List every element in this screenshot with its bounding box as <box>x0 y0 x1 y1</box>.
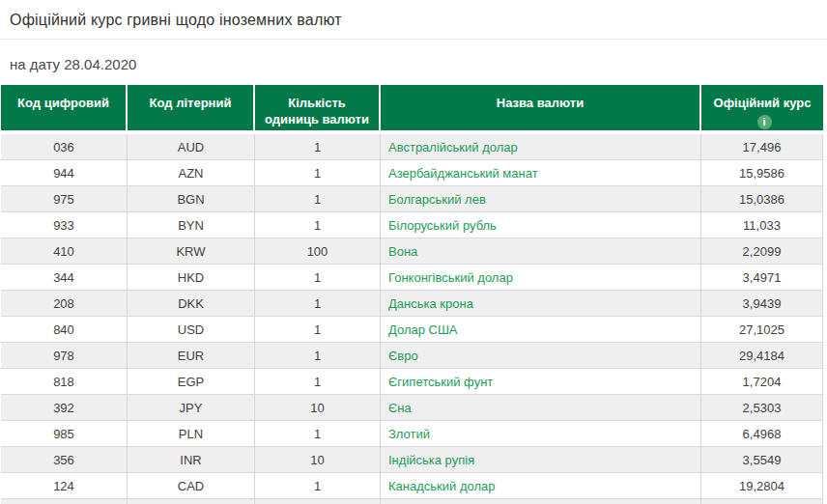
rate-cell: 3,4971 <box>701 265 823 291</box>
table-row: 840 USD 1 Долар США 27,1025 <box>1 317 823 343</box>
currency-name-cell: Єгипетський фунт <box>381 369 701 395</box>
numeric-code-cell: 036 <box>1 134 128 160</box>
currency-name-cell: Долар США <box>381 317 701 343</box>
currency-name-link[interactable]: Данська крона <box>388 296 473 311</box>
table-row-partial <box>1 499 823 504</box>
numeric-code-cell: 944 <box>1 160 128 186</box>
letter-code-cell: EGP <box>128 369 255 395</box>
table-row: 356 INR 10 Індійська рупія 3,5549 <box>1 447 823 473</box>
units-cell: 10 <box>255 395 381 421</box>
date-bar: на дату 28.04.2020 <box>0 40 827 85</box>
table-row: 410 KRW 100 Вона 2,2099 <box>1 238 823 265</box>
units-cell: 1 <box>255 291 381 317</box>
currency-name-link[interactable]: Долар США <box>388 322 458 337</box>
numeric-code-cell: 975 <box>1 186 128 212</box>
letter-code-cell: AUD <box>128 134 255 160</box>
units-cell: 10 <box>255 447 381 473</box>
rate-cell: 17,496 <box>701 134 823 160</box>
rate-cell: 15,0386 <box>701 186 823 212</box>
units-cell: 1 <box>255 265 381 291</box>
units-cell: 1 <box>255 473 381 499</box>
rate-cell: 6,4968 <box>701 421 823 447</box>
currency-name-link[interactable]: Гонконгівський долар <box>388 270 513 285</box>
currency-name-cell: Болгарський лев <box>381 186 701 212</box>
letter-code-cell <box>128 499 255 504</box>
currency-name-cell: Євро <box>381 343 701 369</box>
currency-name-cell: Злотий <box>381 421 701 447</box>
col-header-currency-name: Назва валюти <box>381 85 701 134</box>
table-row: 344 HKD 1 Гонконгівський долар 3,4971 <box>1 265 823 291</box>
numeric-code-cell: 344 <box>1 265 128 291</box>
currency-name-link[interactable]: Канадський долар <box>388 479 495 493</box>
numeric-code-cell <box>1 499 128 504</box>
numeric-code-cell: 840 <box>1 317 128 343</box>
currency-name-link[interactable]: Індійська рупія <box>388 453 474 467</box>
numeric-code-cell: 356 <box>1 447 128 473</box>
currency-name-cell: Азербайджанський манат <box>381 160 701 186</box>
letter-code-cell: PLN <box>128 421 255 447</box>
rate-cell: 1,7204 <box>701 369 823 395</box>
letter-code-cell: INR <box>128 447 255 473</box>
info-icon[interactable]: i <box>757 115 772 129</box>
date-label: на дату 28.04.2020 <box>10 56 136 72</box>
exchange-rates-page: Офіційний курс гривні щодо іноземних вал… <box>0 0 827 504</box>
currency-name-link[interactable]: Болгарський лев <box>388 192 486 207</box>
currency-name-link[interactable]: Єна <box>388 401 412 415</box>
table-row: 208 DKK 1 Данська крона 3,9439 <box>1 291 823 317</box>
rate-cell: 29,4184 <box>701 343 823 369</box>
currency-name-cell: Данська крона <box>381 291 701 317</box>
currency-name-link[interactable]: Білоруський рубль <box>388 218 497 233</box>
col-header-numeric-code: Код цифровий <box>1 85 128 134</box>
currency-name-cell: Білоруський рубль <box>381 212 701 238</box>
currency-name-cell: Єна <box>381 395 701 421</box>
rate-cell: 2,5303 <box>701 395 823 421</box>
currency-name-link[interactable]: Вона <box>388 244 417 259</box>
currency-name-link[interactable]: Австралійський долар <box>388 140 518 154</box>
numeric-code-cell: 392 <box>1 395 128 421</box>
currency-name-cell: Канадський долар <box>381 473 701 499</box>
units-cell: 1 <box>255 317 381 343</box>
units-cell: 1 <box>255 186 381 212</box>
units-cell: 1 <box>255 160 381 186</box>
table-row: 985 PLN 1 Злотий 6,4968 <box>1 421 823 447</box>
currency-name-link[interactable]: Євро <box>388 349 418 363</box>
letter-code-cell: USD <box>128 317 255 343</box>
rate-cell: 3,5549 <box>701 447 823 473</box>
table-row: 392 JPY 10 Єна 2,5303 <box>1 395 823 421</box>
numeric-code-cell: 208 <box>1 291 128 317</box>
table-row: 036 AUD 1 Австралійський долар 17,496 <box>1 134 823 160</box>
col-header-units: Кількість одиниць валюти <box>255 85 381 134</box>
currency-name-link[interactable]: Азербайджанський манат <box>388 166 538 181</box>
letter-code-cell: DKK <box>128 291 255 317</box>
currency-name-link[interactable]: Єгипетський фунт <box>388 375 493 389</box>
col-header-official-rate-label: Офіційний курс <box>714 96 812 110</box>
numeric-code-cell: 410 <box>1 238 128 265</box>
units-cell: 1 <box>255 134 381 160</box>
currency-name-link[interactable]: Злотий <box>388 427 430 441</box>
units-cell: 1 <box>255 343 381 369</box>
table-row: 944 AZN 1 Азербайджанський манат 15,9586 <box>1 160 823 186</box>
letter-code-cell: EUR <box>128 343 255 369</box>
currency-name-cell <box>381 499 701 504</box>
units-cell: 1 <box>255 212 381 238</box>
units-cell: 100 <box>255 238 381 265</box>
units-cell: 1 <box>255 369 381 395</box>
page-header: Офіційний курс гривні щодо іноземних вал… <box>0 0 827 40</box>
letter-code-cell: JPY <box>128 395 255 421</box>
rates-table-body: 036 AUD 1 Австралійський долар 17,496 94… <box>1 134 823 504</box>
letter-code-cell: HKD <box>128 265 255 291</box>
currency-name-cell: Індійська рупія <box>381 447 701 473</box>
exchange-rates-table: Код цифровий Код літерний Кількість один… <box>1 85 823 504</box>
currency-name-cell: Австралійський долар <box>381 134 701 160</box>
letter-code-cell: AZN <box>128 160 255 186</box>
rate-cell: 27,1025 <box>701 317 823 343</box>
rate-cell <box>701 499 823 504</box>
col-header-letter-code: Код літерний <box>128 85 255 134</box>
col-header-official-rate: Офіційний курсi <box>701 85 823 134</box>
numeric-code-cell: 933 <box>1 212 128 238</box>
table-row: 818 EGP 1 Єгипетський фунт 1,7204 <box>1 369 823 395</box>
rate-cell: 19,2804 <box>701 473 823 499</box>
table-row: 933 BYN 1 Білоруський рубль 11,033 <box>1 212 823 238</box>
letter-code-cell: BYN <box>128 212 255 238</box>
currency-name-cell: Гонконгівський долар <box>381 265 701 291</box>
